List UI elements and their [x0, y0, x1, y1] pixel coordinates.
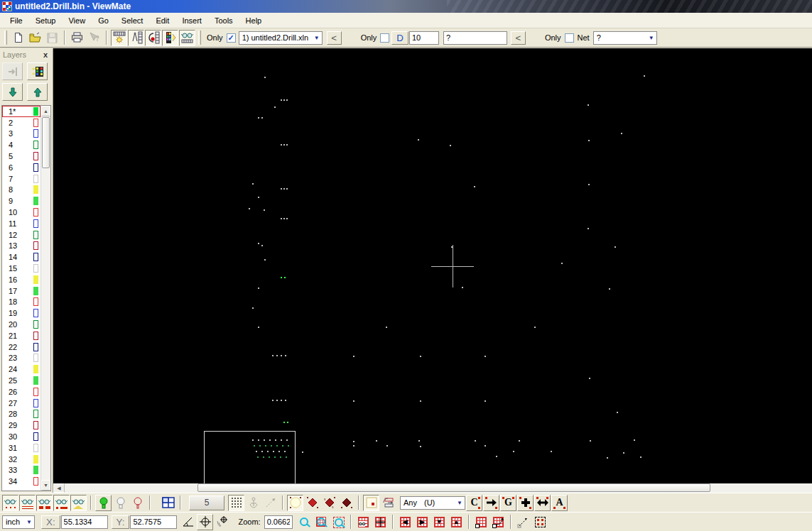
layer-color-swatch[interactable]	[33, 119, 38, 127]
scroll-up-icon[interactable]: ▲	[41, 106, 50, 116]
aperture-c-button[interactable]: C	[466, 495, 482, 511]
filter-selected-button[interactable]	[363, 495, 379, 511]
layer-color-swatch[interactable]	[33, 421, 38, 429]
aperture-draw-button[interactable]	[483, 495, 499, 511]
show-pad-trace-button[interactable]	[53, 495, 70, 511]
layer-row-30[interactable]: 30	[2, 431, 40, 442]
pan-down-button[interactable]: ▼	[431, 514, 448, 530]
layer-row-20[interactable]: 20	[2, 319, 40, 330]
highlight-off-button[interactable]	[112, 495, 129, 511]
menu-item-select[interactable]: Select	[115, 14, 150, 27]
layer-color-swatch[interactable]	[33, 410, 38, 418]
toolbar-grip[interactable]	[198, 31, 201, 45]
x-coordinate-button[interactable]: X:	[41, 515, 60, 529]
layer-combo[interactable]: 1) untitled2.Drill.xln ▼	[239, 31, 323, 45]
anchor-tool-button[interactable]	[245, 495, 261, 511]
save-file-button[interactable]	[44, 30, 60, 46]
zoom-in-button[interactable]	[296, 514, 313, 530]
layer-row-27[interactable]: 27	[2, 398, 40, 409]
layer-table-button[interactable]	[27, 62, 48, 80]
layer-row-8[interactable]: 8	[2, 185, 40, 196]
shape-filter-combo[interactable]: Any (U) ▼	[400, 496, 465, 510]
center-target-button[interactable]	[197, 514, 213, 530]
snap-grid-toggle[interactable]	[228, 495, 244, 511]
layer-row-14[interactable]: 14	[2, 251, 40, 263]
layer-color-swatch[interactable]	[33, 163, 38, 172]
show-flash-objects-button[interactable]	[2, 495, 18, 511]
aperture-wide-button[interactable]	[534, 495, 551, 511]
copy-view-button[interactable]	[473, 514, 489, 530]
grid-spacing-button[interactable]: 5	[189, 496, 224, 510]
hscrollbar-thumb[interactable]	[197, 483, 710, 492]
menu-item-insert[interactable]: Insert	[175, 14, 208, 27]
layer-color-swatch[interactable]	[33, 388, 38, 396]
layer-row-11[interactable]: 11	[2, 218, 40, 229]
layer-color-swatch[interactable]	[33, 264, 38, 273]
layer-row-17[interactable]: 17	[2, 285, 40, 297]
filter-draw-button[interactable]: ss	[321, 495, 337, 511]
layer-row-28[interactable]: 28	[2, 409, 40, 420]
show-draw-objects-button[interactable]	[19, 495, 36, 511]
menu-item-go[interactable]: Go	[92, 14, 115, 27]
layers-panel-header[interactable]: Layers x	[0, 48, 53, 61]
drill-canvas[interactable]	[53, 48, 812, 483]
only-net-checkbox[interactable]	[565, 33, 574, 43]
layer-color-swatch[interactable]	[33, 275, 38, 284]
pan-up-button[interactable]: ▲	[448, 514, 465, 530]
y-coordinate-input[interactable]	[130, 515, 177, 529]
layer-color-swatch[interactable]	[33, 129, 38, 138]
open-file-button[interactable]	[27, 30, 43, 46]
layer-color-swatch[interactable]	[33, 253, 38, 261]
layer-color-swatch[interactable]	[33, 343, 38, 351]
layer-color-swatch[interactable]	[33, 444, 38, 452]
scrollbar-thumb[interactable]	[42, 117, 50, 168]
layer-row-22[interactable]: 22	[2, 341, 40, 353]
locate-button[interactable]	[214, 514, 230, 530]
menu-item-file[interactable]: File	[4, 14, 29, 27]
layer-color-swatch[interactable]	[33, 455, 38, 464]
zoom-input[interactable]	[264, 515, 293, 529]
view-layers-colors-button[interactable]	[162, 30, 178, 46]
layer-color-swatch[interactable]	[33, 365, 38, 373]
layer-color-swatch[interactable]	[33, 175, 38, 183]
layer-color-swatch[interactable]	[33, 185, 38, 194]
layer-row-24[interactable]: 24	[2, 363, 40, 375]
pan-right-button[interactable]: ▶	[414, 514, 431, 530]
menu-item-help[interactable]: Help	[239, 14, 269, 27]
layer-row-18[interactable]: 18	[2, 297, 40, 308]
menu-item-edit[interactable]: Edit	[149, 14, 175, 27]
layer-color-swatch[interactable]	[33, 231, 38, 239]
x-coordinate-input[interactable]	[61, 515, 108, 529]
y-coordinate-button[interactable]: Y:	[112, 515, 130, 529]
select-area-button[interactable]	[532, 514, 548, 530]
show-polygons-button[interactable]	[70, 495, 87, 511]
units-combo[interactable]: inch ▼	[2, 515, 35, 529]
layer-color-swatch[interactable]	[33, 297, 38, 306]
dcode-query-input[interactable]	[443, 31, 507, 45]
aperture-text-button[interactable]: A	[551, 495, 568, 511]
view-draws-button[interactable]	[128, 30, 144, 46]
prev-layer-button[interactable]: <	[327, 31, 342, 45]
stack-transfer-button[interactable]	[380, 495, 396, 511]
zoom-selection-button[interactable]	[330, 514, 347, 530]
layer-color-swatch[interactable]	[33, 376, 38, 385]
only-dcode-checkbox[interactable]	[380, 33, 389, 43]
layer-color-swatch[interactable]	[33, 219, 38, 228]
canvas-hscrollbar[interactable]: ◀	[53, 483, 812, 493]
layer-row-26[interactable]: 26	[2, 386, 40, 398]
move-view-button[interactable]	[490, 514, 507, 530]
layer-down-button[interactable]	[2, 83, 23, 101]
view-flashes-button[interactable]	[111, 30, 127, 46]
relative-angle-button[interactable]	[180, 514, 196, 530]
layer-color-swatch[interactable]	[33, 466, 38, 474]
origin-grid-button[interactable]: oo	[355, 514, 372, 530]
pan-left-button[interactable]: ◀	[397, 514, 413, 530]
scroll-left-icon[interactable]: ◀	[53, 483, 65, 493]
scroll-down-icon[interactable]: ▼	[41, 480, 50, 491]
layer-color-swatch[interactable]	[33, 287, 38, 295]
layer-color-swatch[interactable]	[33, 141, 38, 149]
layer-row-9[interactable]: 9	[2, 195, 40, 207]
toolbar-grip[interactable]	[4, 31, 7, 45]
layer-row-3[interactable]: 3	[2, 128, 40, 140]
layer-up-button[interactable]	[27, 83, 48, 101]
